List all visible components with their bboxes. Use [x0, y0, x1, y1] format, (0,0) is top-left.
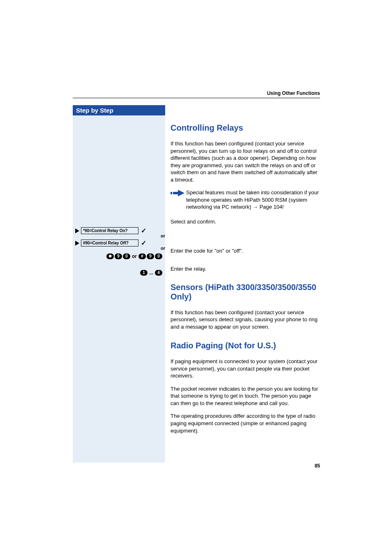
- key-nine[interactable]: 9: [115, 253, 122, 259]
- paragraph: The operating procedures differ accordin…: [171, 412, 321, 434]
- paragraph: The pocket receiver indicates to the per…: [171, 385, 321, 407]
- key-star[interactable]: ✱: [106, 253, 114, 259]
- heading-radio-paging: Radio Paging (Not for U.S.): [171, 341, 321, 350]
- note-block: Special features must be taken into cons…: [171, 189, 321, 211]
- paragraph: If this function has been configured (co…: [171, 140, 321, 183]
- key-row-relay: 1...4: [73, 269, 165, 276]
- keys-ellipsis: ...: [149, 270, 153, 276]
- instruction-select-confirm: Select and confirm.: [171, 218, 321, 226]
- note-text: Special features must be taken into cons…: [186, 189, 321, 211]
- key-zero[interactable]: 0: [155, 253, 162, 259]
- key-hash[interactable]: #: [138, 253, 146, 259]
- key-four[interactable]: 4: [155, 270, 162, 276]
- header-rule: [73, 98, 320, 98]
- page-number: 85: [315, 463, 320, 469]
- heading-sensors: Sensors (HiPath 3300/3350/3500/3550 Only…: [171, 283, 321, 302]
- key-zero[interactable]: 0: [123, 253, 130, 259]
- keys-or-label: or: [132, 253, 137, 259]
- step-sidebar: Step by Step: [73, 105, 165, 463]
- menu-arrow-icon: [75, 241, 79, 246]
- menu-arrow-icon: [75, 228, 79, 233]
- note-arrow-icon: [171, 189, 186, 211]
- svg-marker-2: [178, 190, 184, 196]
- main-content: Controlling Relays If this function has …: [171, 105, 321, 440]
- key-one[interactable]: 1: [140, 270, 148, 276]
- sidebar-title: Step by Step: [73, 105, 165, 115]
- or-label-1: or: [73, 233, 165, 238]
- key-row-code: ✱90or#90: [73, 252, 165, 260]
- page-header: Using Other Functions: [267, 90, 320, 96]
- key-nine[interactable]: 9: [147, 253, 154, 259]
- instruction-enter-relay: Enter the relay.: [171, 265, 321, 273]
- svg-rect-1: [173, 192, 178, 194]
- or-label-2: or: [73, 246, 165, 251]
- svg-rect-0: [171, 192, 172, 194]
- paragraph: If paging equipment is connected to your…: [171, 358, 321, 380]
- instruction-enter-code: Enter the code for "on" or "off".: [171, 247, 321, 255]
- paragraph: If this function has been configured (co…: [171, 309, 321, 331]
- heading-controlling-relays: Controlling Relays: [171, 123, 321, 133]
